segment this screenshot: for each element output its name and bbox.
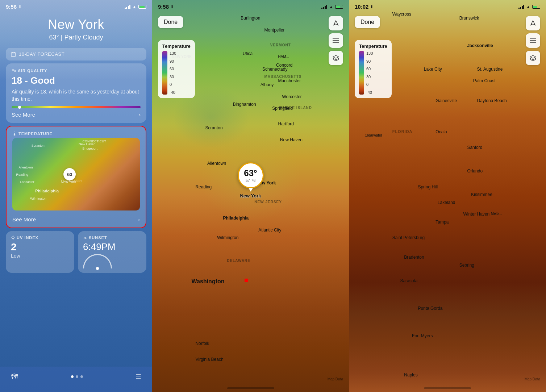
map3-ocala: Ocala bbox=[435, 129, 447, 134]
map2-reading: Reading bbox=[195, 184, 212, 189]
map-city-newyork: New York bbox=[61, 180, 76, 184]
battery-icon-3 bbox=[532, 5, 540, 9]
map3-bradenton: Bradenton bbox=[404, 255, 424, 260]
status-bar-map2: 9:58 ⬆ ▲ bbox=[152, 0, 349, 10]
map-controls bbox=[329, 16, 343, 65]
legend-labels-3: 130 90 60 30 0 -40 bbox=[366, 51, 373, 95]
map2-binghamton: Binghamton bbox=[233, 102, 256, 107]
nav-dot-3 bbox=[80, 375, 83, 378]
location-icon-2: ⬆ bbox=[170, 4, 174, 9]
map2-montpelier: Montpelier bbox=[264, 28, 285, 33]
map3-sebring: Sebring bbox=[459, 263, 474, 268]
map3-lakeland: Lakeland bbox=[438, 200, 455, 205]
status-icons-2: ▲ bbox=[321, 4, 343, 9]
map3-fortmyers: Fort Myers bbox=[412, 333, 433, 338]
see-more-aq[interactable]: See More › bbox=[12, 109, 141, 118]
map3-saintpetersburg: Saint Petersburg bbox=[392, 235, 425, 240]
pin-name: New York bbox=[240, 193, 261, 199]
map-city-wilmington: Wilmington bbox=[30, 197, 46, 200]
pin-bubble: 63° 57 76 bbox=[238, 162, 264, 188]
legend-title-2: Temperature bbox=[162, 43, 191, 49]
pin-temp: 63° bbox=[244, 168, 257, 178]
map2-albany: Albany bbox=[261, 82, 274, 87]
temperature-card[interactable]: TEMPERATURE Scranton New Haven Bridgepor… bbox=[6, 126, 146, 228]
thermometer-icon bbox=[12, 132, 17, 136]
map3-lakecity: Lake City bbox=[424, 67, 442, 72]
location-button-3[interactable] bbox=[526, 16, 540, 30]
map-city-lancaster: Lancaster bbox=[20, 180, 34, 184]
list-nav-icon[interactable]: ☰ bbox=[136, 372, 141, 380]
home-indicator-2 bbox=[227, 387, 274, 389]
map2-delaware: DELAWARE bbox=[227, 259, 250, 263]
calendar-icon bbox=[11, 52, 16, 57]
map-city-philadelphia: Philadelphia bbox=[35, 189, 59, 193]
wifi-icon-2: ▲ bbox=[329, 4, 333, 9]
done-button-2[interactable]: Done bbox=[158, 16, 183, 28]
map2-mass: MASSACHUSETTS bbox=[264, 75, 302, 79]
map-city-allentown: Allentown bbox=[19, 166, 33, 169]
map2-newjersey: NEW JERSEY bbox=[254, 200, 282, 204]
legend-val-5: 0 bbox=[170, 82, 176, 87]
map-nav-icon[interactable]: 🗺 bbox=[11, 372, 18, 381]
nav-dot-2 bbox=[76, 375, 78, 378]
weather-panel: 9:56 ⬆ ▲ New York 63° | Partly Cloudy bbox=[0, 0, 152, 392]
sun-icon bbox=[11, 235, 15, 240]
sunset-arc bbox=[83, 254, 112, 268]
legend-bar-wrap-3: 130 90 60 30 0 -40 bbox=[359, 51, 387, 95]
map2-hartford: Hartford bbox=[278, 121, 294, 126]
pin-tail bbox=[249, 188, 253, 192]
map2-utica: Utica bbox=[243, 51, 253, 56]
legend-val-3-1: 130 bbox=[366, 51, 373, 55]
see-more-temp[interactable]: See More › bbox=[12, 214, 140, 222]
map3-florida-region: FLORIDA bbox=[392, 129, 413, 134]
sunset-time: 6:49PM bbox=[83, 241, 141, 253]
map2-washington: Washington bbox=[192, 278, 225, 285]
svg-rect-0 bbox=[11, 53, 16, 57]
map3-palmcoast: Palm Coast bbox=[473, 78, 496, 83]
map-city-reading: Reading bbox=[16, 173, 29, 176]
signal-icon-3 bbox=[518, 5, 525, 9]
legend-labels: 130 90 60 30 0 -40 bbox=[170, 51, 176, 95]
svg-rect-6 bbox=[14, 133, 15, 135]
map3-springhill: Spring Hill bbox=[418, 184, 438, 189]
navigation-icon bbox=[333, 20, 339, 26]
map2-schenectady: Schenectady bbox=[262, 67, 287, 72]
map3-gainesville: Gainesville bbox=[435, 98, 457, 103]
list-button-3[interactable] bbox=[526, 33, 540, 48]
navigation-icon-3 bbox=[530, 20, 536, 26]
temperature-map[interactable]: Scranton New Haven Bridgeport CONNECTICU… bbox=[12, 138, 140, 210]
map3-jacksonville: Jacksonville bbox=[467, 43, 493, 48]
legend-bar-wrap: 130 90 60 30 0 -40 bbox=[162, 51, 191, 95]
map2-norfolk: Norfolk bbox=[195, 341, 209, 346]
legend-title-3: Temperature bbox=[359, 43, 387, 49]
map3-brunswick: Brunswick bbox=[459, 16, 479, 21]
map3-staugustine: St. Augustine bbox=[477, 67, 503, 72]
legend-val-1: 130 bbox=[170, 51, 176, 55]
layers-button-2[interactable] bbox=[329, 51, 343, 65]
legend-val-3: 60 bbox=[170, 67, 176, 71]
temperature-label: TEMPERATURE bbox=[12, 132, 140, 136]
map-panel-northeast: 9:58 ⬆ ▲ Done bbox=[152, 0, 349, 392]
status-bar-map3: 10:02 ⬆ ▲ bbox=[349, 0, 546, 10]
legend-val-2: 90 bbox=[170, 59, 176, 63]
list-button-2[interactable] bbox=[329, 33, 343, 48]
status-icons-3: ▲ bbox=[518, 4, 540, 9]
air-quality-desc: Air quality is 18, which is the same as … bbox=[12, 88, 141, 103]
forecast-button[interactable]: 10-DAY FORECAST bbox=[6, 48, 146, 61]
map3-naples: Naples bbox=[404, 372, 417, 378]
status-bar: 9:56 ⬆ ▲ bbox=[0, 0, 152, 10]
map2-ham: HAM... bbox=[278, 55, 289, 59]
city-header: New York 63° | Partly Cloudy bbox=[0, 10, 152, 45]
done-button-3[interactable]: Done bbox=[355, 16, 380, 28]
map3-tampa: Tampa bbox=[435, 220, 449, 225]
city-temp: 63° | Partly Cloudy bbox=[6, 34, 146, 41]
battery-icon bbox=[138, 5, 146, 9]
legend-val-3-2: 90 bbox=[366, 59, 373, 63]
city-name: New York bbox=[6, 17, 146, 32]
list-icon-2 bbox=[333, 38, 339, 43]
layers-button-3[interactable] bbox=[526, 51, 540, 65]
legend-val-3-5: 0 bbox=[366, 82, 373, 87]
pin-range: 57 76 bbox=[246, 178, 256, 183]
location-button-2[interactable] bbox=[329, 16, 343, 30]
map2-scranton: Scranton bbox=[205, 125, 223, 130]
